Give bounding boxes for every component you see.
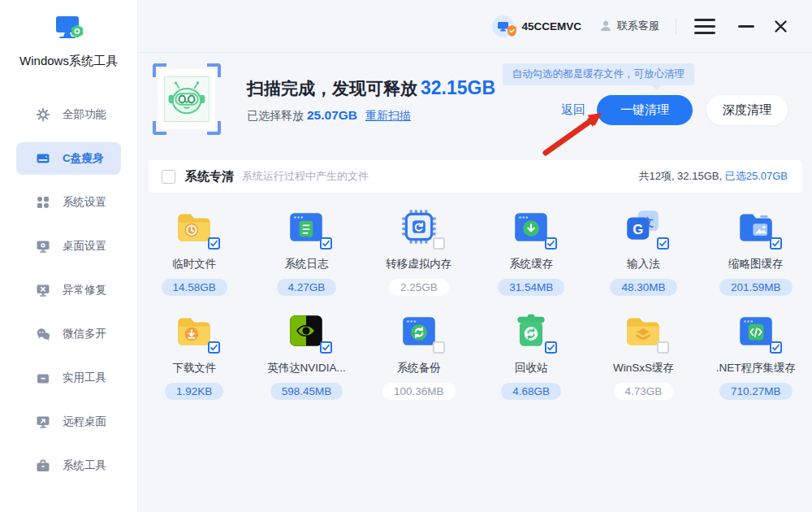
sidebar-item-wechat-multi[interactable]: 微信多开 — [16, 318, 121, 350]
main-area: 45CCEMVC 联系客服 — [138, 0, 812, 512]
close-button[interactable] — [774, 20, 788, 33]
menu-button[interactable] — [693, 15, 717, 37]
user-avatar[interactable] — [492, 15, 514, 37]
sidebar-item-label: C盘瘦身 — [63, 151, 103, 166]
sidebar-item-desktop-settings[interactable]: 桌面设置 — [16, 230, 121, 263]
sidebar-item-system-settings[interactable]: 系统设置 — [16, 186, 121, 219]
scan-title: 扫描完成，发现可释放32.15GB — [247, 77, 495, 100]
sidebar-item-label: 实用工具 — [63, 371, 106, 385]
app-title: Windows系统工具 — [0, 54, 137, 69]
item-checkbox[interactable] — [545, 237, 557, 249]
cleanup-item-system-log[interactable]: 系统日志 4.27GB — [257, 206, 355, 296]
monitor-repair-icon — [36, 283, 50, 297]
item-checkbox[interactable] — [545, 341, 557, 354]
item-checkbox[interactable] — [657, 341, 669, 354]
item-checkbox[interactable] — [320, 341, 332, 354]
sidebar-item-all-functions[interactable]: 全部功能 — [16, 98, 121, 131]
item-checkbox[interactable] — [657, 237, 669, 249]
item-name: 英伟达NVIDIA... — [257, 361, 355, 375]
cleanup-item-dotnet-cache[interactable]: .NET程序集缓存 710.27MB — [707, 310, 805, 400]
chat-bubbles-icon — [36, 327, 50, 341]
toolbox-icon — [36, 371, 50, 385]
item-name: 系统日志 — [257, 257, 355, 271]
sidebar-item-label: 全部功能 — [63, 107, 106, 122]
item-name: 回收站 — [482, 361, 580, 375]
sidebar-item-label: 系统工具 — [63, 458, 106, 473]
sidebar-item-c-drive-slim[interactable]: C盘瘦身 — [16, 142, 121, 175]
deep-clean-button[interactable]: 深度清理 — [706, 95, 788, 125]
shield-badge-icon — [507, 25, 517, 40]
sidebar-item-remote-desktop[interactable]: 远程桌面 — [16, 406, 121, 438]
item-checkbox[interactable] — [320, 237, 332, 249]
sidebar-item-system-tools[interactable]: 系统工具 — [16, 449, 121, 482]
item-name: 缩略图缓存 — [707, 257, 805, 271]
back-button[interactable]: 返回 — [561, 102, 585, 118]
sidebar-item-label: 系统设置 — [63, 195, 106, 210]
item-size-badge: 201.59MB — [719, 279, 793, 296]
contact-label: 联系客服 — [617, 19, 659, 33]
sidebar-item-utilities[interactable]: 实用工具 — [16, 362, 121, 394]
monitor-arrow-icon — [36, 414, 50, 429]
section-checkbox[interactable] — [162, 170, 175, 184]
sidebar-item-label: 远程桌面 — [63, 414, 106, 429]
sidebar-item-label: 桌面设置 — [63, 239, 106, 254]
item-checkbox[interactable] — [208, 341, 220, 354]
item-checkbox[interactable] — [208, 237, 220, 249]
cleanup-items-grid: 临时文件 14.58GB 系统日志 4.27GB — [138, 206, 812, 400]
item-size-badge: 100.36MB — [382, 383, 456, 400]
person-icon — [599, 20, 612, 33]
svg-text:G: G — [633, 222, 644, 237]
scan-subtitle: 已选择释放25.07GB重新扫描 — [247, 108, 495, 124]
total-releasable-size: 32.15GB — [421, 77, 495, 98]
cleanup-item-recycle-bin[interactable]: 回收站 4.68GB — [482, 310, 580, 400]
item-checkbox[interactable] — [433, 237, 445, 249]
item-checkbox[interactable] — [433, 341, 445, 354]
cleanup-item-virtual-memory[interactable]: 转移虚拟内存 2.25GB — [370, 206, 468, 296]
sidebar-item-error-repair[interactable]: 异常修复 — [16, 274, 121, 306]
cleanup-item-nvidia[interactable]: 英伟达NVIDIA... 598.45MB — [257, 310, 355, 400]
minimize-button[interactable] — [738, 25, 754, 28]
sidebar-item-label: 异常修复 — [63, 283, 106, 297]
app-window: Windows系统工具 全部功能 C盘瘦身 系统设置 — [0, 0, 812, 512]
cleanup-item-system-backup[interactable]: 系统备份 100.36MB — [370, 310, 468, 400]
grid-icon — [36, 195, 50, 210]
item-size-badge: 31.54MB — [498, 279, 564, 296]
sidebar: Windows系统工具 全部功能 C盘瘦身 系统设置 — [0, 0, 138, 512]
user-id: 45CCEMVC — [521, 20, 581, 33]
scan-robot-icon — [153, 63, 221, 135]
cleanup-item-winsxs-cache[interactable]: WinSxS缓存 4.73GB — [594, 310, 692, 400]
item-checkbox[interactable] — [770, 237, 782, 249]
contact-support-link[interactable]: 联系客服 — [599, 19, 659, 33]
item-name: 系统缓存 — [482, 257, 580, 271]
rescan-link[interactable]: 重新扫描 — [365, 109, 411, 122]
monitor-gear-icon — [36, 239, 50, 254]
item-size-badge: 4.73GB — [614, 383, 674, 400]
sidebar-nav: 全部功能 C盘瘦身 系统设置 桌面设置 — [0, 98, 137, 482]
app-logo-icon — [50, 13, 88, 49]
item-checkbox[interactable] — [770, 341, 782, 354]
auto-select-tooltip: 自动勾选的都是缓存文件，可放心清理 — [503, 63, 695, 85]
scan-result-banner: 扫描完成，发现可释放32.15GB 已选择释放25.07GB重新扫描 自动勾选的… — [138, 53, 812, 150]
item-size-badge: 4.68GB — [501, 383, 561, 400]
cleanup-item-input-method[interactable]: 文 G 输入法 48.30MB — [594, 206, 692, 296]
one-click-clean-button[interactable]: 一键清理 — [597, 95, 693, 125]
cleanup-item-temp-files[interactable]: 临时文件 14.58GB — [145, 206, 243, 296]
scan-summary: 扫描完成，发现可释放32.15GB 已选择释放25.07GB重新扫描 — [247, 63, 495, 150]
item-size-badge: 14.58GB — [162, 279, 227, 296]
item-name: 下载文件 — [145, 361, 243, 375]
cleanup-item-download-files[interactable]: 下载文件 1.92KB — [145, 310, 243, 400]
brand: Windows系统工具 — [0, 0, 137, 69]
item-size-badge: 48.30MB — [610, 279, 676, 296]
item-size-badge: 4.27GB — [277, 279, 337, 296]
titlebar-divider — [676, 18, 676, 34]
item-size-badge: 710.27MB — [719, 383, 793, 400]
sidebar-item-label: 微信多开 — [63, 327, 106, 341]
system-clean-section-row: 系统专清 系统运行过程中产生的文件 共12项, 32.15GB, 已选25.07… — [149, 160, 802, 193]
cleanup-item-system-cache[interactable]: 系统缓存 31.54MB — [482, 206, 580, 296]
gear-icon — [36, 107, 50, 122]
item-name: 输入法 — [594, 257, 692, 271]
action-buttons: 返回 一键清理 深度清理 — [561, 95, 788, 125]
titlebar: 45CCEMVC 联系客服 — [138, 0, 812, 53]
cleanup-item-thumbnail-cache[interactable]: 缩略图缓存 201.59MB — [707, 206, 805, 296]
item-name: 系统备份 — [370, 361, 468, 375]
